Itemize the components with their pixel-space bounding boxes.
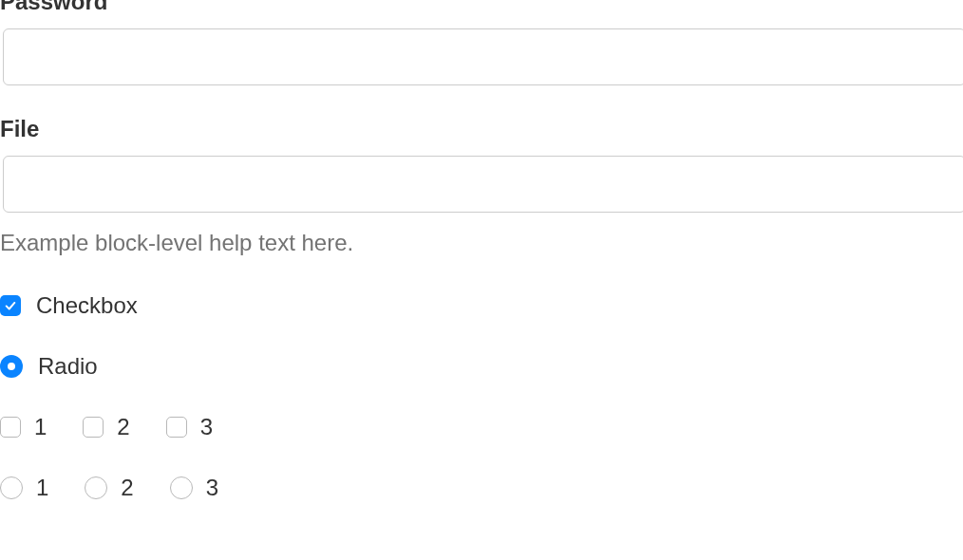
inline-checkbox-2[interactable]: 2 (83, 414, 148, 440)
password-input[interactable] (3, 28, 963, 85)
radio-label: Radio (38, 353, 98, 380)
password-label: Password (0, 0, 963, 15)
radio-unselected-icon (0, 476, 23, 499)
file-input[interactable] (3, 156, 963, 213)
checkbox-checked-icon (0, 295, 21, 316)
radio-selected-icon (0, 355, 23, 378)
checkbox-label: Checkbox (36, 292, 138, 319)
inline-radio-group: 1 2 3 (0, 475, 963, 501)
checkbox-unchecked-icon (166, 417, 187, 438)
file-help-text: Example block-level help text here. (0, 230, 963, 256)
radio-unselected-icon (170, 476, 193, 499)
inline-checkbox-group: 1 2 3 (0, 414, 963, 440)
inline-radio-label: 3 (206, 475, 218, 501)
checkbox-unchecked-icon (0, 417, 21, 438)
file-label: File (0, 116, 963, 142)
inline-checkbox-label: 3 (200, 414, 213, 440)
inline-radio-label: 1 (36, 475, 48, 501)
radio-row[interactable]: Radio (0, 353, 963, 380)
inline-radio-2[interactable]: 2 (85, 475, 152, 501)
inline-checkbox-label: 2 (117, 414, 129, 440)
radio-unselected-icon (85, 476, 107, 499)
inline-checkbox-1[interactable]: 1 (0, 414, 66, 440)
inline-radio-3[interactable]: 3 (170, 475, 237, 501)
inline-radio-label: 2 (121, 475, 133, 501)
inline-radio-1[interactable]: 1 (0, 475, 67, 501)
checkbox-unchecked-icon (83, 417, 104, 438)
inline-checkbox-label: 1 (34, 414, 47, 440)
checkbox-row[interactable]: Checkbox (0, 292, 963, 319)
inline-checkbox-3[interactable]: 3 (166, 414, 232, 440)
